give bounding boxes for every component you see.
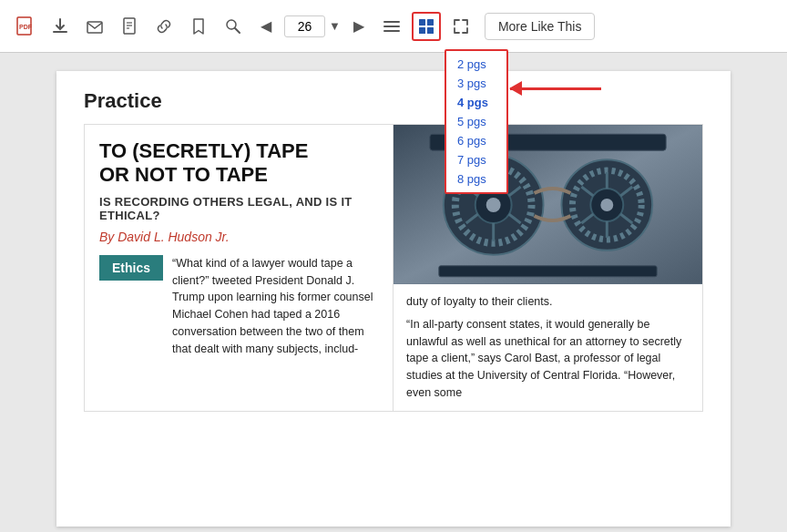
arrow-line	[510, 87, 601, 90]
dropdown-item-5pgs[interactable]: 5 pgs	[446, 112, 506, 131]
content-area: Practice TO (SECRETLY) TAPE OR NOT TO TA…	[0, 53, 787, 532]
dropdown-item-4pgs[interactable]: 4 pgs	[446, 93, 506, 112]
svg-rect-13	[427, 19, 434, 26]
next-page-button[interactable]: ▶	[346, 14, 372, 39]
page-number-input[interactable]: 26	[284, 15, 325, 37]
menu-icon[interactable]	[377, 12, 406, 41]
article-subtitle: IS RECORDING OTHERS LEGAL, AND IS IT ETH…	[99, 195, 378, 222]
page-container: Practice TO (SECRETLY) TAPE OR NOT TO TA…	[56, 71, 731, 527]
article-right: duty of loyalty to their clients. “In al…	[394, 125, 702, 411]
arrow-indicator	[510, 87, 601, 90]
article-image	[394, 125, 702, 284]
svg-rect-2	[87, 22, 102, 33]
svg-point-20	[486, 198, 501, 212]
article-right-text: duty of loyalty to their clients. “In al…	[394, 284, 702, 411]
toolbar: PDF	[0, 0, 787, 53]
article-author: By David L. Hudson Jr.	[99, 230, 378, 244]
article-left: TO (SECRETLY) TAPE OR NOT TO TAPE IS REC…	[85, 125, 394, 411]
dropdown-item-6pgs[interactable]: 6 pgs	[446, 131, 506, 150]
svg-line-8	[235, 28, 240, 33]
pdf-icon[interactable]: PDF	[11, 12, 40, 41]
ethics-text: “What kind of a lawyer would tape a clie…	[172, 255, 378, 358]
dropdown-item-2pgs[interactable]: 2 pgs	[446, 55, 506, 74]
download-icon[interactable]	[46, 12, 75, 41]
dropdown-item-3pgs[interactable]: 3 pgs	[446, 74, 506, 93]
pages-dropdown: 2 pgs 3 pgs 4 pgs 5 pgs 6 pgs 7 pgs 8 pg…	[445, 49, 508, 194]
document-icon[interactable]	[115, 12, 144, 41]
article-title: TO (SECRETLY) TAPE OR NOT TO TAPE	[99, 139, 378, 188]
grid-view-icon[interactable]	[412, 12, 441, 41]
link-icon[interactable]	[149, 12, 179, 41]
svg-rect-14	[419, 27, 425, 34]
svg-rect-38	[439, 266, 657, 277]
dropdown-item-7pgs[interactable]: 7 pgs	[446, 150, 506, 169]
ethics-badge: Ethics	[99, 255, 163, 281]
svg-rect-12	[419, 19, 425, 26]
expand-icon[interactable]	[446, 12, 475, 41]
more-like-this-button[interactable]: More Like This	[485, 13, 596, 40]
right-text-p1: duty of loyalty to their clients.	[406, 293, 690, 311]
svg-text:PDF: PDF	[19, 24, 33, 30]
prev-page-button[interactable]: ◀	[253, 14, 279, 39]
page-dropdown-arrow[interactable]: ▼	[329, 19, 341, 33]
svg-point-30	[600, 199, 613, 211]
dropdown-item-8pgs[interactable]: 8 pgs	[446, 169, 506, 189]
section-label: Practice	[84, 89, 703, 113]
ethics-section: Ethics “What kind of a lawyer would tape…	[99, 255, 378, 358]
email-icon[interactable]	[80, 12, 109, 41]
bookmark-icon[interactable]	[184, 12, 213, 41]
right-text-p2: “In all-party consent states, it would g…	[406, 316, 690, 402]
article-grid: TO (SECRETLY) TAPE OR NOT TO TAPE IS REC…	[84, 124, 703, 412]
search-icon[interactable]	[219, 12, 248, 41]
page-navigation: 26 ▼	[284, 15, 341, 37]
svg-rect-15	[427, 27, 434, 34]
